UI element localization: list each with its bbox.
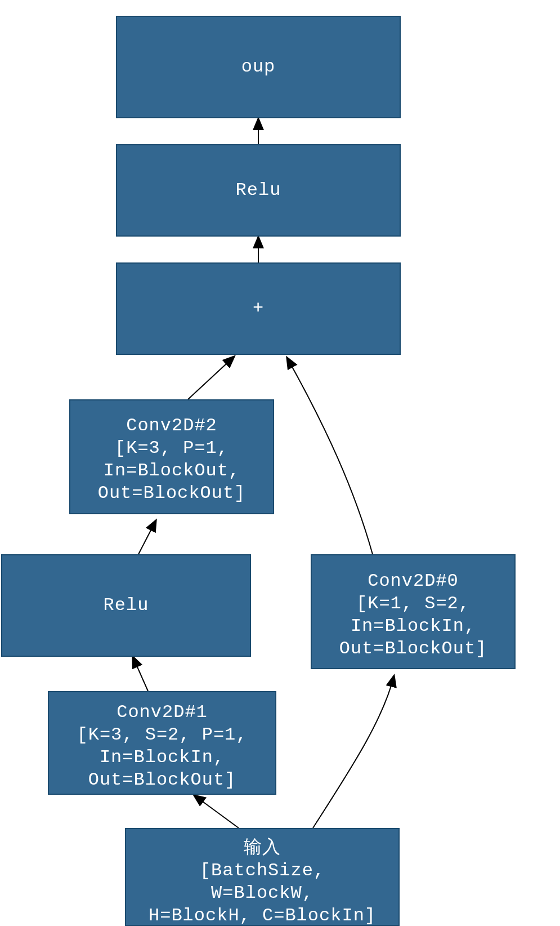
svg-text:Conv2D#0: Conv2D#0 (368, 571, 459, 591)
svg-text:[K=1,  S=2,: [K=1, S=2, (356, 593, 470, 614)
conv2-line2: [K=3, P=1, (115, 438, 229, 458)
input-line1: 输入 (244, 838, 281, 858)
network-diagram: oup Relu + Conv2D#2 [K=3, P=1, In=BlockO… (0, 0, 560, 926)
svg-text:Relu: Relu (104, 595, 149, 616)
svg-text:Conv2D#2: Conv2D#2 (126, 415, 217, 436)
conv1-line3: In=BlockIn, (100, 747, 225, 768)
edge-conv1-relu1 (133, 657, 148, 691)
add-label: + (253, 298, 264, 319)
conv0-line2: [K=1, S=2, (356, 593, 470, 614)
node-conv1: Conv2D#1 [K=3, S=2, P=1, In=BlockIn, Out… (48, 692, 276, 794)
input-line2: [BatchSize, (200, 860, 325, 881)
svg-text:In=BlockIn,: In=BlockIn, (100, 747, 225, 768)
node-relu-mid: Relu (2, 555, 250, 656)
svg-text:[K=3,  P=1,: [K=3, P=1, (115, 438, 229, 458)
oup-label: oup (241, 56, 276, 77)
svg-text:Out=BlockOut]: Out=BlockOut] (88, 769, 236, 790)
svg-text:[BatchSize,: [BatchSize, (200, 860, 325, 881)
conv0-line1: Conv2D#0 (368, 571, 459, 591)
svg-text:In=BlockIn,: In=BlockIn, (351, 616, 476, 636)
edge-conv0-add (287, 358, 373, 554)
svg-text:Out=BlockOut]: Out=BlockOut] (98, 483, 246, 504)
node-conv0: Conv2D#0 [K=1, S=2, In=BlockIn, Out=Bloc… (311, 555, 515, 669)
svg-text:W=BlockW,: W=BlockW, (211, 883, 313, 903)
conv1-line4: Out=BlockOut] (88, 769, 236, 790)
node-add: + (117, 263, 400, 354)
relu-mid-label: Relu (104, 595, 149, 616)
relu-top-label: Relu (236, 180, 281, 201)
svg-text:[K=3, S=2, P=1,: [K=3, S=2, P=1, (77, 724, 247, 745)
edge-input-conv0 (313, 676, 394, 828)
node-conv2: Conv2D#2 [K=3, P=1, In=BlockOut, Out=Blo… (70, 400, 274, 514)
edge-input-conv1 (194, 795, 239, 828)
conv1-line1: Conv2D#1 (117, 702, 208, 723)
node-relu-top: Relu (117, 145, 400, 236)
node-oup: oup (117, 16, 400, 118)
svg-text:输入: 输入 (244, 838, 281, 858)
svg-text:+: + (253, 298, 264, 319)
conv2-line3: In=BlockOut, (104, 460, 240, 481)
svg-text:Conv2D#1: Conv2D#1 (117, 702, 208, 723)
node-input: 输入 [BatchSize, W=BlockW, H=BlockH, C=Blo… (126, 829, 399, 926)
input-line4: H=BlockH, C=BlockIn] (149, 905, 376, 926)
edge-conv2-add (188, 357, 234, 399)
svg-text:In=BlockOut,: In=BlockOut, (104, 460, 240, 481)
svg-text:H=BlockH, C=BlockIn]: H=BlockH, C=BlockIn] (149, 905, 376, 926)
conv1-line2: [K=3, S=2, P=1, (77, 724, 247, 745)
conv2-line1: Conv2D#2 (126, 415, 217, 436)
conv2-line4: Out=BlockOut] (98, 483, 246, 504)
input-line3: W=BlockW, (211, 883, 313, 903)
svg-text:oup: oup (241, 56, 276, 77)
svg-text:Relu: Relu (236, 180, 281, 201)
svg-text:Out=BlockOut]: Out=BlockOut] (339, 638, 487, 659)
conv0-line3: In=BlockIn, (351, 616, 476, 636)
edge-relu1-conv2 (138, 520, 156, 554)
conv0-line4: Out=BlockOut] (339, 638, 487, 659)
